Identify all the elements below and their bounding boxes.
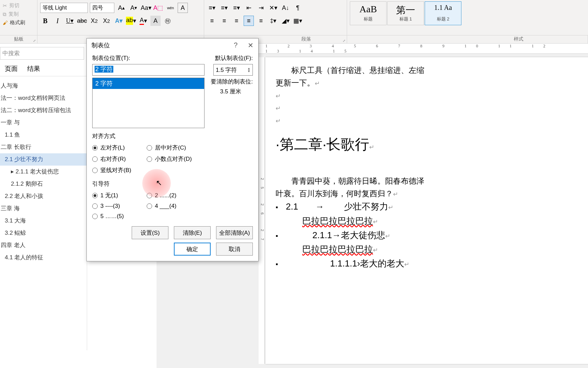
- highlight-button[interactable]: ab▾: [126, 16, 136, 26]
- decrease-indent-button[interactable]: ⇤: [244, 3, 254, 13]
- nav-item[interactable]: 法一：word文档转网页法: [0, 92, 87, 104]
- show-marks-button[interactable]: ¶: [293, 3, 303, 13]
- radio-align-bar[interactable]: 竖线对齐(B): [92, 165, 147, 176]
- cut-label: 剪切: [9, 2, 19, 9]
- enclose-char-button[interactable]: ㊕: [163, 16, 173, 26]
- nav-item[interactable]: 2.1.2 鹅卵石: [0, 178, 87, 190]
- char-shading-button[interactable]: A: [150, 16, 161, 26]
- tab-pages[interactable]: 页面: [5, 64, 18, 73]
- doc-text: 标尺工具（首行缩进、悬挂缩进、左缩: [291, 66, 424, 75]
- align-left-button[interactable]: ≡: [207, 16, 217, 26]
- clipboard-group: ✂ 剪切 ⧉ 复制 🖌 格式刷: [0, 0, 37, 35]
- nav-item[interactable]: 3.1 大海: [0, 215, 87, 227]
- style-heading[interactable]: AaB 标题: [350, 1, 387, 25]
- nav-item[interactable]: 四章 老人: [0, 239, 87, 251]
- tab-position-input[interactable]: 2 字符: [92, 64, 205, 76]
- asian-layout-button[interactable]: ✕▾: [268, 3, 278, 13]
- nav-item[interactable]: 3.2 鲲鲸: [0, 227, 87, 239]
- style-heading1[interactable]: 第一 标题 1: [387, 1, 424, 25]
- line-spacing-button[interactable]: ‡▾: [268, 16, 278, 26]
- alignment-section-label: 对齐方式: [92, 132, 253, 140]
- clear-button[interactable]: 清除(E): [174, 226, 211, 239]
- underline-button[interactable]: U▾: [65, 16, 75, 26]
- clear-format-button[interactable]: A⬚: [153, 3, 163, 13]
- dialog-launcher-icon[interactable]: ⤢: [343, 39, 345, 43]
- nav-search-input[interactable]: 中搜索: [0, 47, 84, 60]
- nav-item[interactable]: 1.1 鱼: [0, 129, 87, 141]
- font-color-button[interactable]: A▾: [138, 16, 148, 26]
- set-button[interactable]: 设置(S): [132, 226, 168, 239]
- vertical-ruler[interactable]: 25 26 27: [259, 57, 265, 364]
- cancel-button[interactable]: 取消: [216, 243, 253, 256]
- radio-leader-1[interactable]: 1 无(1): [92, 190, 147, 201]
- style-heading2[interactable]: 1.1 Aa 标题 2: [425, 1, 461, 25]
- multilevel-button[interactable]: ≡▾: [231, 3, 242, 13]
- bold-button[interactable]: B: [40, 16, 50, 26]
- radio-align-center[interactable]: 居中对齐(C): [147, 142, 201, 153]
- radio-leader-5[interactable]: 5 ……(5): [92, 211, 147, 221]
- default-tab-label: 默认制表位(F):: [215, 54, 253, 62]
- chevron-down-icon[interactable]: ▼: [247, 70, 250, 73]
- align-center-button[interactable]: ≡: [219, 16, 229, 26]
- copy-button[interactable]: ⧉ 复制: [1, 10, 36, 18]
- tabs-dialog: 制表位 ? ✕ 制表位位置(T): 默认制表位(F): 2 字符 1.5 字符 …: [86, 38, 259, 261]
- radio-icon: [147, 203, 152, 209]
- nav-item[interactable]: 人与海: [0, 80, 87, 92]
- nav-item-selected[interactable]: 2.1 少壮不努力: [0, 153, 87, 166]
- list-item: ▪ 1.1.1.1›老大的老大↵: [276, 257, 588, 271]
- help-icon[interactable]: ?: [234, 41, 238, 49]
- subscript-button[interactable]: X2: [89, 16, 99, 26]
- clipboard-label: 贴板⤢: [0, 35, 37, 43]
- strike-button[interactable]: abc: [77, 16, 87, 26]
- grow-font-button[interactable]: A▴: [116, 3, 127, 13]
- cut-button[interactable]: ✂ 剪切: [1, 1, 36, 10]
- phonetic-button[interactable]: wén: [165, 3, 176, 13]
- distributed-button[interactable]: ≡: [256, 16, 266, 26]
- radio-leader-2[interactable]: 2 ......(2): [147, 190, 201, 201]
- increase-indent-button[interactable]: ⇥: [256, 3, 266, 13]
- tab-results[interactable]: 结果: [27, 64, 40, 73]
- sort-button[interactable]: A↓: [280, 3, 291, 13]
- italic-button[interactable]: I: [52, 16, 63, 26]
- shading-button[interactable]: ◢▾: [280, 16, 291, 26]
- radio-align-decimal[interactable]: 小数点对齐(D): [147, 153, 201, 165]
- format-painter-button[interactable]: 🖌 格式刷: [1, 18, 36, 27]
- nav-item[interactable]: ▸ 2.1.1 老大徒伤悲: [0, 166, 87, 178]
- list-item[interactable]: 2 字符: [93, 78, 204, 89]
- bullets-button[interactable]: ≡▾: [207, 3, 217, 13]
- dialog-titlebar[interactable]: 制表位 ? ✕: [87, 39, 258, 52]
- align-right-button[interactable]: ≡: [231, 16, 242, 26]
- nav-item[interactable]: 三章 海: [0, 202, 87, 215]
- tab-position-list[interactable]: 2 字符: [92, 78, 205, 128]
- numbering-button[interactable]: ≡▾: [219, 3, 229, 13]
- nav-tree: 人与海 法一：word文档转网页法 法二：word文档转压缩包法 一章 与 1.…: [0, 76, 87, 267]
- font-size-combo[interactable]: 四号: [90, 3, 114, 13]
- dialog-launcher-icon[interactable]: ⤢: [33, 39, 36, 43]
- ok-button[interactable]: 确定: [174, 243, 211, 256]
- nav-item[interactable]: 二章 长歌行: [0, 141, 87, 153]
- radio-leader-3[interactable]: 3 ----(3): [92, 201, 147, 211]
- borders-button[interactable]: ▦▾: [293, 16, 303, 26]
- nav-item[interactable]: 法二：word文档转压缩包法: [0, 104, 87, 117]
- chapter-heading: ·第二章·长歌行↵: [276, 135, 588, 154]
- char-border-button[interactable]: A: [178, 3, 188, 13]
- close-icon[interactable]: ✕: [248, 41, 254, 49]
- shrink-font-button[interactable]: A▾: [129, 3, 139, 13]
- radio-leader-4[interactable]: 4 ___(4): [147, 201, 201, 211]
- paragraph-group: ≡▾ ≡▾ ≡▾ ⇤ ⇥ ✕▾ A↓ ¶ ≡ ≡ ≡ ≡ ≡ ‡▾ ◢▾ ▦▾: [204, 0, 347, 35]
- tab-position-label: 制表位位置(T):: [92, 54, 130, 62]
- superscript-button[interactable]: X2: [101, 16, 112, 26]
- default-tab-spinner[interactable]: 1.5 字符 ▲▼: [213, 64, 253, 76]
- nav-item[interactable]: 4.1 老人的特征: [0, 251, 87, 264]
- text-effects-button[interactable]: A▾: [114, 16, 124, 26]
- clear-tabs-label: 要清除的制表位:: [209, 78, 253, 86]
- change-case-button[interactable]: Aa▾: [141, 3, 151, 13]
- font-name-combo[interactable]: 等线 Light: [40, 3, 88, 13]
- radio-align-left[interactable]: 左对齐(L): [92, 142, 147, 153]
- nav-item[interactable]: 2.2 老人和小孩: [0, 190, 87, 202]
- document-page[interactable]: 标尺工具（首行缩进、悬挂缩进、左缩 更新一下。↵ ↵ ↵ ↵ ·第二章·长歌行↵…: [265, 57, 588, 364]
- clear-all-button[interactable]: 全部清除(A): [216, 226, 253, 239]
- radio-align-right[interactable]: 右对齐(R): [92, 153, 147, 165]
- nav-item[interactable]: 一章 与: [0, 117, 87, 129]
- justify-button[interactable]: ≡: [244, 16, 254, 26]
